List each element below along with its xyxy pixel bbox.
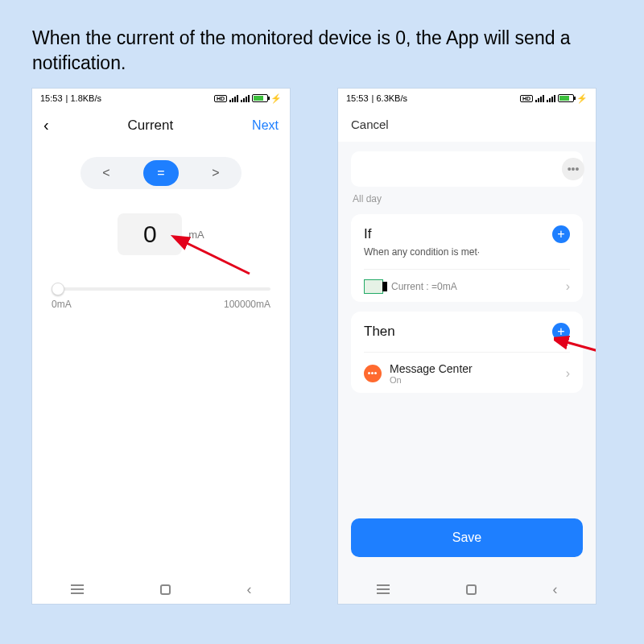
nav-bar: ‹ bbox=[338, 575, 596, 604]
nav-recents[interactable] bbox=[71, 584, 84, 594]
status-net: | 6.3KB/s bbox=[372, 93, 407, 103]
status-time: 15:53 bbox=[40, 93, 63, 103]
if-title: If bbox=[364, 226, 371, 242]
time-range-label: All day bbox=[353, 193, 581, 204]
then-title: Then bbox=[364, 324, 395, 340]
signal-icon bbox=[535, 94, 544, 102]
cancel-button[interactable]: Cancel bbox=[351, 118, 389, 131]
value-unit: mA bbox=[188, 229, 204, 241]
action-title: Message Center bbox=[390, 362, 473, 375]
range-min: 0mA bbox=[52, 299, 72, 310]
signal-icon bbox=[547, 94, 555, 102]
scene-name-input[interactable] bbox=[351, 151, 583, 187]
chevron-right-icon: › bbox=[566, 279, 570, 294]
more-button[interactable]: ••• bbox=[562, 158, 584, 180]
add-condition-button[interactable]: + bbox=[552, 225, 570, 243]
nav-home[interactable] bbox=[466, 584, 477, 595]
op-equals[interactable]: = bbox=[143, 160, 179, 186]
status-time: 15:53 bbox=[346, 93, 369, 103]
nav-back[interactable]: ‹ bbox=[247, 581, 252, 598]
value-input[interactable]: 0 bbox=[118, 213, 182, 255]
phone-right: 15:53 | 6.3KB/s HD ⚡ Cancel ••• All day bbox=[338, 89, 596, 604]
page-title: Current bbox=[128, 118, 174, 134]
phone-left: 15:53 | 1.8KB/s HD ⚡ ‹ Current Next < = … bbox=[32, 89, 290, 604]
nav-back[interactable]: ‹ bbox=[553, 581, 558, 598]
nav-home[interactable] bbox=[160, 584, 171, 595]
bolt-icon: ⚡ bbox=[576, 93, 588, 104]
bolt-icon: ⚡ bbox=[270, 93, 282, 104]
if-subtitle: When any condition is met· bbox=[364, 246, 570, 258]
status-net: | 1.8KB/s bbox=[66, 93, 101, 103]
next-button[interactable]: Next bbox=[252, 118, 279, 133]
hd-icon: HD bbox=[214, 95, 227, 102]
range-max: 100000mA bbox=[224, 299, 270, 310]
device-icon bbox=[364, 279, 383, 294]
action-row[interactable]: Message Center On › bbox=[364, 352, 570, 385]
operator-selector: < = > bbox=[80, 157, 242, 189]
chevron-right-icon: › bbox=[566, 366, 570, 381]
instruction-text: When the current of the monitored device… bbox=[0, 0, 644, 89]
battery-icon bbox=[558, 94, 574, 102]
action-subtitle: On bbox=[390, 375, 473, 385]
status-bar: 15:53 | 6.3KB/s HD ⚡ bbox=[338, 89, 596, 108]
nav-recents[interactable] bbox=[377, 584, 390, 594]
slider-thumb[interactable] bbox=[52, 283, 64, 295]
signal-icon bbox=[229, 94, 238, 102]
if-card: If + When any condition is met· Current … bbox=[351, 214, 583, 302]
value-slider[interactable] bbox=[52, 287, 270, 291]
status-bar: 15:53 | 1.8KB/s HD ⚡ bbox=[32, 89, 290, 108]
condition-text: Current : =0mA bbox=[391, 281, 457, 292]
add-action-button[interactable]: + bbox=[552, 323, 570, 341]
then-card: Then + Message Center On › bbox=[351, 312, 583, 393]
signal-icon bbox=[241, 94, 250, 102]
battery-icon bbox=[252, 94, 268, 102]
title-bar: ‹ Current Next bbox=[32, 108, 290, 142]
op-less-than[interactable]: < bbox=[89, 160, 124, 186]
back-button[interactable]: ‹ bbox=[43, 116, 49, 134]
save-button[interactable]: Save bbox=[351, 518, 583, 557]
message-icon bbox=[364, 365, 382, 382]
nav-bar: ‹ bbox=[32, 575, 290, 604]
condition-row[interactable]: Current : =0mA › bbox=[364, 269, 570, 294]
op-greater-than[interactable]: > bbox=[198, 160, 233, 186]
hd-icon: HD bbox=[520, 95, 533, 102]
